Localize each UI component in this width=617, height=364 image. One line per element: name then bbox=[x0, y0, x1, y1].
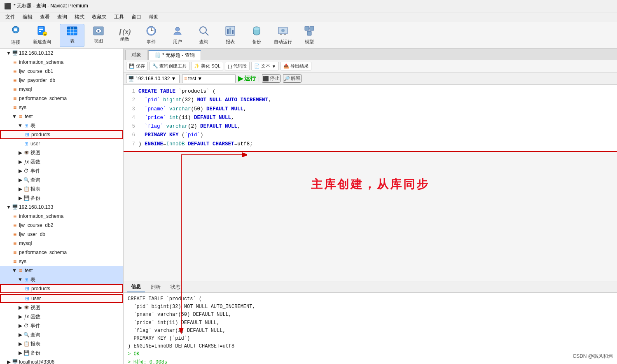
result-line-3: `pname` varchar(50) DEFAULT NULL, bbox=[128, 311, 613, 319]
menu-view[interactable]: 查看 bbox=[37, 13, 53, 21]
stop-button[interactable]: ⬛ 停止 bbox=[262, 74, 280, 83]
run-button[interactable]: ▶ 运行 bbox=[238, 75, 256, 82]
section-table[interactable]: ▼ ⊞ 表 bbox=[0, 121, 123, 130]
menu-window[interactable]: 窗口 bbox=[128, 13, 145, 21]
tree-user-2[interactable]: ⊞ user bbox=[0, 294, 123, 303]
section-report-1[interactable]: ▶ 📋 报表 bbox=[0, 184, 123, 194]
explain-button[interactable]: 🔎 解释 bbox=[283, 74, 301, 83]
s2-section-func[interactable]: ▶ ƒx 函数 bbox=[0, 312, 123, 321]
menu-file[interactable]: 文件 bbox=[2, 13, 19, 21]
s2-section-event[interactable]: ▶ ⏱ 事件 bbox=[0, 321, 123, 330]
tb-backup-label: 备份 bbox=[252, 39, 261, 45]
annotation-text: 主库创建，从库同步 bbox=[124, 160, 617, 201]
svg-text:✦: ✦ bbox=[44, 33, 47, 36]
export-button[interactable]: 📤 导出结果 bbox=[280, 62, 311, 70]
tb-view-label: 视图 bbox=[94, 38, 103, 44]
s2-db-mysql[interactable]: ≡ mysql bbox=[0, 239, 123, 248]
server2-host[interactable]: ▼ 🖥️ 192.168.10.133 bbox=[0, 203, 123, 212]
tree-products-1[interactable]: ⊞ products bbox=[0, 130, 123, 139]
section-view-1[interactable]: ▶ 👁️ 视图 bbox=[0, 148, 123, 157]
tb-backup[interactable]: 备份 bbox=[244, 24, 269, 47]
tb-new-query[interactable]: ✦ 新建查询 bbox=[30, 24, 54, 47]
tb-model[interactable]: 模型 bbox=[297, 24, 322, 47]
tree-products-2[interactable]: ⊞ products bbox=[0, 284, 123, 293]
db-perf-schema[interactable]: ≡ performance_schema bbox=[0, 94, 123, 103]
db-sys[interactable]: ≡ sys bbox=[0, 103, 123, 112]
s2-section-backup[interactable]: ▶ 💾 备份 bbox=[0, 348, 123, 357]
db-select[interactable]: ≡ test ▼ bbox=[182, 74, 236, 83]
result-tab-info[interactable]: 信息 bbox=[127, 282, 145, 292]
svg-rect-1 bbox=[14, 28, 17, 31]
section-query-1[interactable]: ▶ 🔍 查询 bbox=[0, 175, 123, 184]
tb-query[interactable]: 查询 bbox=[192, 24, 216, 47]
tb-user[interactable]: 用户 bbox=[165, 24, 190, 47]
explain-label: 解释 bbox=[291, 75, 301, 82]
db-icon: ≡ bbox=[12, 104, 18, 111]
s2-db-sys[interactable]: ≡ sys bbox=[0, 257, 123, 266]
menu-query[interactable]: 查询 bbox=[54, 13, 70, 21]
save-button[interactable]: 💾 保存 bbox=[126, 62, 148, 70]
db-ljw-course[interactable]: ≡ ljw_course_db1 bbox=[0, 67, 123, 76]
build-query-button[interactable]: 🔧 查询创建工具 bbox=[150, 62, 189, 70]
build-label: 查询创建工具 bbox=[159, 63, 187, 69]
code-line-2: 2 `pid` bigint(32) NOT NULL AUTO_INCREME… bbox=[127, 96, 614, 105]
text-button[interactable]: 📄 文本 ▼ bbox=[251, 62, 279, 70]
tb-connect[interactable]: 连接 bbox=[3, 24, 28, 47]
server2-expand[interactable]: ▼ bbox=[6, 204, 12, 210]
tb-view[interactable]: 视图 bbox=[86, 24, 111, 47]
db-ljw-payorder[interactable]: ≡ ljw_payorder_db bbox=[0, 76, 123, 85]
result-line-6: PRIMARY KEY (`pid`) bbox=[128, 335, 613, 343]
menu-format[interactable]: 格式 bbox=[71, 13, 88, 21]
code-line-1: 1 CREATE TABLE `products` ( bbox=[127, 87, 614, 96]
section-backup-1[interactable]: ▶ 💾 备份 bbox=[0, 194, 123, 203]
menu-tools[interactable]: 工具 bbox=[111, 13, 127, 21]
app-icon: ⬛ bbox=[4, 3, 11, 9]
view-section-expand-1[interactable]: ▶ bbox=[17, 150, 23, 156]
menu-help[interactable]: 帮助 bbox=[145, 13, 162, 21]
section-event-1[interactable]: ▶ ⏱ 事件 bbox=[0, 166, 123, 175]
table-section-expand[interactable]: ▼ bbox=[17, 123, 23, 128]
db-test[interactable]: ▼ ≡ test bbox=[0, 112, 123, 121]
tb-report[interactable]: 报表 bbox=[218, 24, 243, 47]
tb-func[interactable]: ƒ(x) 函数 bbox=[112, 24, 137, 47]
tab-objects[interactable]: 对象 bbox=[125, 50, 147, 60]
db-info-schema[interactable]: ≡ information_schema bbox=[0, 58, 123, 67]
code-label: 代码段 bbox=[233, 63, 247, 69]
func-icon: ƒ(x) bbox=[119, 28, 131, 35]
tab-query[interactable]: 🗒️ * 无标题 - 查询 bbox=[148, 50, 201, 60]
tree-user-1[interactable]: ⊞ user bbox=[0, 139, 123, 148]
code-editor[interactable]: 1 CREATE TABLE `products` ( 2 `pid` bigi… bbox=[124, 85, 617, 152]
beautify-label: 美化 SQL bbox=[201, 63, 220, 69]
tb-table[interactable]: 表 bbox=[60, 24, 84, 47]
server1-expand[interactable]: ▼ bbox=[6, 50, 12, 56]
menu-favorites[interactable]: 收藏夹 bbox=[89, 13, 110, 21]
tb-autorun[interactable]: 自动运行 bbox=[271, 24, 295, 47]
code-button[interactable]: { } 代码段 bbox=[225, 62, 250, 70]
beautify-button[interactable]: ✨ 美化 SQL bbox=[191, 62, 223, 70]
db-mysql[interactable]: ≡ mysql bbox=[0, 85, 123, 94]
s2-db-test[interactable]: ▼ ≡ test bbox=[0, 266, 123, 275]
section-func-1[interactable]: ▶ ƒx 函数 bbox=[0, 157, 123, 166]
tb-event[interactable]: 事件 bbox=[139, 24, 164, 47]
s2-section-report[interactable]: ▶ 📋 报表 bbox=[0, 339, 123, 348]
func-section-icon: ƒx bbox=[23, 159, 30, 165]
s2-db-ljw-course[interactable]: ≡ ljw_course_db2 bbox=[0, 221, 123, 230]
s2-section-view[interactable]: ▶ 👁️ 视图 bbox=[0, 303, 123, 312]
svg-rect-36 bbox=[307, 31, 311, 35]
host-select[interactable]: 🖥️ 192.168.10.132 ▼ bbox=[126, 74, 180, 83]
s2-db-ljw-user[interactable]: ≡ ljw_user_db bbox=[0, 230, 123, 239]
s2-section-table[interactable]: ▼ ⊞ 表 bbox=[0, 275, 123, 284]
server1-host[interactable]: ▼ 🖥️ 192.168.10.132 bbox=[0, 49, 123, 58]
localhost-item[interactable]: ▶ 🖥️ localhost@3306 bbox=[0, 357, 123, 364]
text-dropdown-icon: ▼ bbox=[271, 64, 276, 69]
report-section-icon: 📋 bbox=[23, 186, 30, 192]
s2-db-perf[interactable]: ≡ performance_schema bbox=[0, 248, 123, 257]
test-expand[interactable]: ▼ bbox=[12, 114, 17, 119]
result-tab-status[interactable]: 状态 bbox=[166, 282, 185, 292]
model-icon bbox=[304, 26, 315, 38]
s2-section-query[interactable]: ▶ 🔍 查询 bbox=[0, 330, 123, 339]
menu-edit[interactable]: 编辑 bbox=[19, 13, 36, 21]
connect-icon bbox=[10, 26, 21, 38]
s2-db-info[interactable]: ≡ information_schema bbox=[0, 212, 123, 221]
result-tab-profile[interactable]: 剖析 bbox=[147, 282, 165, 292]
